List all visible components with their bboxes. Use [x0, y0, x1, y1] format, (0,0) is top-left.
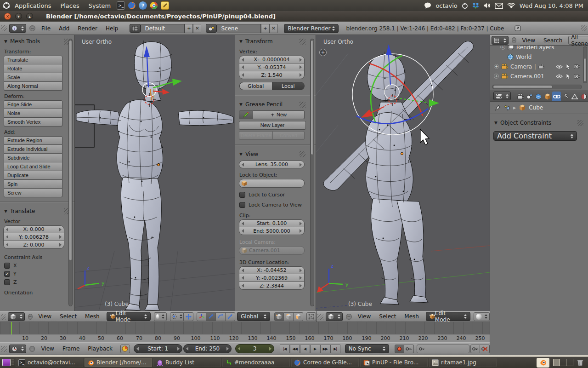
select-menu[interactable]: Select [56, 313, 81, 320]
delete-scene-button[interactable]: ✕ [269, 24, 277, 33]
workspace-3[interactable] [566, 359, 573, 366]
pivot-point-dropdown[interactable] [170, 312, 184, 321]
transform-panel-header[interactable]: ▼ Transform [235, 35, 316, 46]
panel-drag-grip[interactable] [300, 151, 305, 157]
add-scene-button[interactable]: + [261, 24, 269, 33]
screw-button[interactable]: Screw [4, 189, 62, 197]
lens-field[interactable]: Lens: 35.000 [239, 161, 305, 168]
cursor-select-icon[interactable] [566, 74, 571, 79]
use-preview-range-button[interactable] [120, 345, 130, 353]
translate-operator-panel-header[interactable]: ▼ Translate [0, 205, 74, 216]
help-launcher-icon[interactable]: ? [139, 1, 147, 10]
restrict-render-icon[interactable] [574, 64, 580, 69]
eye-icon[interactable] [556, 64, 563, 69]
outliner-hscrollbar[interactable] [492, 85, 582, 89]
delete-screen-button[interactable]: ✕ [193, 24, 201, 33]
constraint-y-checkbox-row[interactable]: ✓ Y [4, 271, 74, 277]
mesh-menu[interactable]: Mesh [400, 313, 423, 320]
chat-indicator-icon[interactable] [424, 2, 431, 9]
play-reverse-button[interactable]: ◀ [300, 345, 310, 353]
terminal-launcher-icon[interactable]: >_ [117, 1, 125, 10]
object-constraints-panel-header[interactable]: ▼ Object Constraints [490, 114, 588, 127]
constraint-z-checkbox-row[interactable]: Z [4, 279, 74, 285]
add-constraint-dropdown[interactable]: Add Constraint [493, 131, 577, 141]
face-select-button[interactable] [294, 312, 303, 321]
scrollbar-thumb[interactable] [493, 85, 553, 89]
extrude-region-button[interactable]: Extrude Region [4, 136, 62, 145]
subdivide-button[interactable]: Subdivide [4, 154, 62, 162]
collapse-menus-icon[interactable]: − [512, 37, 516, 43]
cursor-select-icon[interactable] [566, 64, 571, 69]
tab-scene[interactable] [525, 92, 534, 101]
network-wifi-icon[interactable] [507, 3, 515, 9]
menu-render[interactable]: Render [74, 25, 102, 32]
editor-type-3dview-button[interactable] [8, 312, 25, 321]
window-close-button[interactable]: ✕ [4, 13, 11, 20]
viewport-shading-dropdown[interactable] [474, 312, 490, 321]
selected-vertex[interactable] [157, 163, 159, 166]
grease-pencil-panel-header[interactable]: ▼ Grease Pencil [235, 98, 316, 109]
smooth-vertex-button[interactable]: Smooth Vertex [4, 118, 62, 126]
tab-world[interactable] [534, 92, 543, 101]
transform-orientation-dropdown[interactable]: Global [237, 312, 270, 321]
editor-corner-grip[interactable] [1, 346, 7, 352]
manipulator-axes-icon[interactable] [197, 312, 206, 321]
collapse-menus-icon[interactable]: − [29, 346, 35, 352]
local-camera-field[interactable]: Camera.001 [239, 246, 305, 255]
viewport-3d-right[interactable]: z y User Ortho + (3) Cube [316, 35, 490, 311]
frame-start-field[interactable]: Start: 1 [134, 344, 182, 353]
extrude-individual-button[interactable]: Extrude Individual [4, 145, 62, 154]
outliner-menu-search[interactable]: Search [539, 37, 566, 44]
global-toggle-button[interactable]: Global [239, 82, 272, 90]
lock-camera-row[interactable]: Lock Camera to View [239, 202, 316, 208]
vector-x-field[interactable]: X: 0.000 [3, 225, 64, 233]
menu-add[interactable]: Add [55, 25, 74, 32]
timeline-ruler[interactable]: 10 20 30 40 50 60 70 80 90 100 110 120 1… [0, 334, 490, 342]
restrict-render-icon[interactable] [574, 74, 580, 79]
task-irc-channel[interactable]: #mendozaaaa [222, 358, 290, 367]
vertex-x-field[interactable]: X: -0.0000004 [239, 56, 305, 63]
editor-corner-grip[interactable] [317, 314, 323, 320]
previous-keyframe-button[interactable]: ◀◀ [290, 345, 300, 353]
vector-z-field[interactable]: Z: 0.000 [3, 241, 64, 249]
grease-new-button[interactable]: + New [253, 110, 305, 119]
editor-corner-grip[interactable] [1, 314, 6, 320]
along-normal-button[interactable]: Along Normal [4, 82, 62, 91]
window-minimize-button[interactable]: ▾ [15, 13, 22, 20]
noise-button[interactable]: Noise [4, 109, 62, 118]
clip-end-field[interactable]: End: 5000.000 [239, 227, 305, 235]
vertex-y-field[interactable]: Y: -0.05374 [239, 63, 305, 71]
delete-frame-button[interactable]: Delete Frame [239, 131, 273, 140]
volume-indicator-icon[interactable] [483, 2, 491, 9]
collapse-menus-icon[interactable]: − [346, 314, 352, 320]
tab-modifiers[interactable] [561, 92, 570, 101]
outliner-row-world[interactable]: World [490, 52, 582, 62]
jump-to-start-button[interactable]: |◀ [280, 345, 290, 353]
loop-cut-button[interactable]: Loop Cut and Slide [4, 162, 62, 171]
tab-object-data[interactable] [571, 92, 579, 101]
screen-layout-icon[interactable] [130, 24, 141, 33]
notes-launcher-icon[interactable] [161, 1, 169, 10]
mode-dropdown[interactable]: Edit Mode [426, 312, 470, 321]
play-button[interactable]: ▶ [310, 345, 320, 353]
frame-end-field[interactable]: End: 250 [183, 344, 232, 353]
panel-drag-grip[interactable] [300, 102, 305, 108]
timeline-menu-playback[interactable]: Playback [84, 345, 117, 352]
outliner-row-renderlayers[interactable]: + RenderLayers [490, 46, 582, 52]
render-engine-dropdown[interactable]: Blender Render [284, 24, 339, 33]
lock-to-object-field[interactable] [239, 179, 305, 188]
cursor-z-field[interactable]: Z: 2.3844 [239, 282, 305, 290]
clock-label[interactable]: Wed Aug 10, 4:08 PM [520, 2, 583, 9]
scene-icon[interactable] [206, 24, 217, 33]
convert-button[interactable]: Convert [273, 131, 305, 140]
jump-to-end-button[interactable]: ▶| [330, 345, 340, 353]
record-button[interactable] [395, 345, 404, 353]
clip-start-field[interactable]: Start: 0.100 [239, 219, 305, 227]
manipulator-scale-button[interactable] [226, 312, 235, 321]
tab-render[interactable] [516, 92, 525, 101]
scene-name[interactable]: Scene [217, 24, 261, 33]
editor-type-outliner-button[interactable] [492, 36, 509, 45]
local-toggle-button[interactable]: Local [272, 82, 305, 90]
window-duplicate-icon[interactable] [514, 25, 521, 32]
duplicate-button[interactable]: Duplicate [4, 171, 62, 180]
